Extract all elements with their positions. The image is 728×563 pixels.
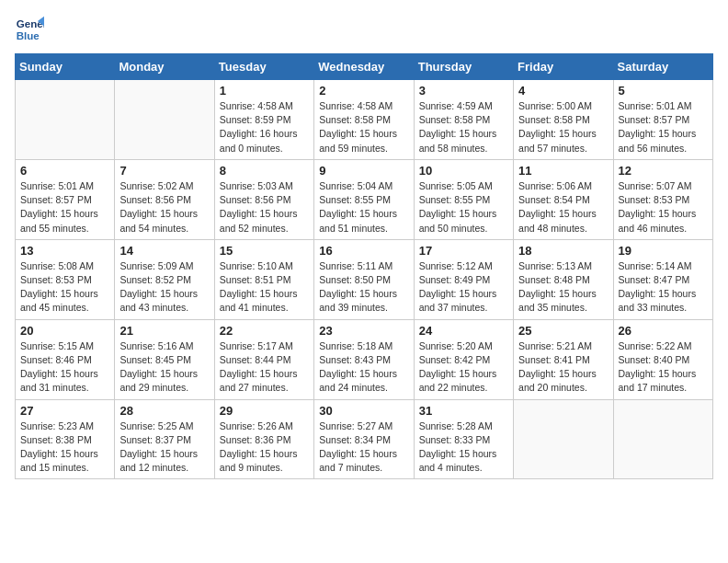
day-info: Sunrise: 5:28 AM Sunset: 8:33 PM Dayligh… <box>419 419 508 476</box>
day-number: 14 <box>119 244 209 258</box>
day-number: 17 <box>419 244 508 258</box>
calendar-cell: 29Sunrise: 5:26 AM Sunset: 8:36 PM Dayli… <box>214 399 313 479</box>
weekday-header-tuesday: Tuesday <box>214 54 313 80</box>
calendar-cell: 5Sunrise: 5:01 AM Sunset: 8:57 PM Daylig… <box>613 80 712 160</box>
weekday-header-thursday: Thursday <box>414 54 513 80</box>
day-info: Sunrise: 5:08 AM Sunset: 8:53 PM Dayligh… <box>20 259 109 316</box>
day-info: Sunrise: 5:23 AM Sunset: 8:38 PM Dayligh… <box>20 419 109 476</box>
day-info: Sunrise: 5:06 AM Sunset: 8:54 PM Dayligh… <box>518 179 608 236</box>
calendar-cell: 15Sunrise: 5:10 AM Sunset: 8:51 PM Dayli… <box>214 239 313 319</box>
calendar-week-1: 1Sunrise: 4:58 AM Sunset: 8:59 PM Daylig… <box>16 80 713 160</box>
day-info: Sunrise: 4:58 AM Sunset: 8:58 PM Dayligh… <box>319 99 408 155</box>
day-number: 4 <box>518 84 608 98</box>
day-number: 12 <box>619 164 708 178</box>
weekday-header-friday: Friday <box>514 54 613 80</box>
day-number: 22 <box>220 324 309 338</box>
logo-icon: General Blue <box>15 15 44 44</box>
day-number: 3 <box>419 84 508 98</box>
day-info: Sunrise: 5:21 AM Sunset: 8:41 PM Dayligh… <box>518 339 608 396</box>
day-number: 27 <box>20 404 109 418</box>
day-info: Sunrise: 5:07 AM Sunset: 8:53 PM Dayligh… <box>619 179 708 236</box>
day-number: 25 <box>518 324 608 338</box>
day-number: 29 <box>220 404 309 418</box>
day-number: 15 <box>220 244 309 258</box>
day-info: Sunrise: 5:01 AM Sunset: 8:57 PM Dayligh… <box>619 99 708 155</box>
calendar-cell: 22Sunrise: 5:17 AM Sunset: 8:44 PM Dayli… <box>214 319 313 399</box>
calendar-cell: 4Sunrise: 5:00 AM Sunset: 8:58 PM Daylig… <box>514 80 613 160</box>
logo: General Blue <box>15 15 48 44</box>
day-info: Sunrise: 4:59 AM Sunset: 8:58 PM Dayligh… <box>419 99 508 155</box>
day-info: Sunrise: 5:25 AM Sunset: 8:37 PM Dayligh… <box>119 419 209 476</box>
day-info: Sunrise: 5:02 AM Sunset: 8:56 PM Dayligh… <box>119 179 209 236</box>
day-number: 30 <box>319 404 408 418</box>
calendar-week-4: 20Sunrise: 5:15 AM Sunset: 8:46 PM Dayli… <box>16 319 713 399</box>
day-number: 23 <box>319 324 408 338</box>
day-info: Sunrise: 5:20 AM Sunset: 8:42 PM Dayligh… <box>419 339 508 396</box>
weekday-header-wednesday: Wednesday <box>314 54 414 80</box>
calendar-cell: 14Sunrise: 5:09 AM Sunset: 8:52 PM Dayli… <box>115 239 214 319</box>
calendar-cell <box>115 80 214 160</box>
calendar-cell: 12Sunrise: 5:07 AM Sunset: 8:53 PM Dayli… <box>613 159 712 239</box>
calendar-cell: 13Sunrise: 5:08 AM Sunset: 8:53 PM Dayli… <box>16 239 115 319</box>
day-number: 7 <box>119 164 209 178</box>
day-number: 24 <box>419 324 508 338</box>
calendar-cell: 9Sunrise: 5:04 AM Sunset: 8:55 PM Daylig… <box>314 159 414 239</box>
day-info: Sunrise: 5:04 AM Sunset: 8:55 PM Dayligh… <box>319 179 408 236</box>
calendar-cell: 10Sunrise: 5:05 AM Sunset: 8:55 PM Dayli… <box>414 159 513 239</box>
calendar-header-row: SundayMondayTuesdayWednesdayThursdayFrid… <box>16 54 713 80</box>
calendar-cell: 25Sunrise: 5:21 AM Sunset: 8:41 PM Dayli… <box>514 319 613 399</box>
day-number: 21 <box>119 324 209 338</box>
day-number: 11 <box>518 164 608 178</box>
day-info: Sunrise: 5:05 AM Sunset: 8:55 PM Dayligh… <box>419 179 508 236</box>
calendar-cell: 18Sunrise: 5:13 AM Sunset: 8:48 PM Dayli… <box>514 239 613 319</box>
weekday-header-monday: Monday <box>115 54 214 80</box>
calendar-table: SundayMondayTuesdayWednesdayThursdayFrid… <box>15 53 713 479</box>
day-number: 9 <box>319 164 408 178</box>
calendar-cell <box>16 80 115 160</box>
page-header: General Blue <box>15 15 713 44</box>
weekday-header-sunday: Sunday <box>16 54 115 80</box>
day-info: Sunrise: 4:58 AM Sunset: 8:59 PM Dayligh… <box>220 99 309 155</box>
day-info: Sunrise: 5:03 AM Sunset: 8:56 PM Dayligh… <box>220 179 309 236</box>
day-info: Sunrise: 5:16 AM Sunset: 8:45 PM Dayligh… <box>119 339 209 396</box>
day-info: Sunrise: 5:11 AM Sunset: 8:50 PM Dayligh… <box>319 259 408 316</box>
day-number: 1 <box>220 84 309 98</box>
svg-text:Blue: Blue <box>17 30 40 41</box>
calendar-cell: 28Sunrise: 5:25 AM Sunset: 8:37 PM Dayli… <box>115 399 214 479</box>
calendar-cell: 7Sunrise: 5:02 AM Sunset: 8:56 PM Daylig… <box>115 159 214 239</box>
day-number: 6 <box>20 164 109 178</box>
day-info: Sunrise: 5:14 AM Sunset: 8:47 PM Dayligh… <box>619 259 708 316</box>
day-number: 2 <box>319 84 408 98</box>
day-number: 20 <box>20 324 109 338</box>
day-info: Sunrise: 5:09 AM Sunset: 8:52 PM Dayligh… <box>119 259 209 316</box>
day-info: Sunrise: 5:22 AM Sunset: 8:40 PM Dayligh… <box>619 339 708 396</box>
calendar-cell: 1Sunrise: 4:58 AM Sunset: 8:59 PM Daylig… <box>214 80 313 160</box>
calendar-cell: 23Sunrise: 5:18 AM Sunset: 8:43 PM Dayli… <box>314 319 414 399</box>
calendar-cell: 30Sunrise: 5:27 AM Sunset: 8:34 PM Dayli… <box>314 399 414 479</box>
weekday-header-saturday: Saturday <box>613 54 712 80</box>
day-number: 31 <box>419 404 508 418</box>
calendar-week-5: 27Sunrise: 5:23 AM Sunset: 8:38 PM Dayli… <box>16 399 713 479</box>
calendar-cell: 31Sunrise: 5:28 AM Sunset: 8:33 PM Dayli… <box>414 399 513 479</box>
calendar-cell <box>514 399 613 479</box>
day-number: 19 <box>619 244 708 258</box>
calendar-cell: 3Sunrise: 4:59 AM Sunset: 8:58 PM Daylig… <box>414 80 513 160</box>
day-number: 5 <box>619 84 708 98</box>
calendar-cell <box>613 399 712 479</box>
calendar-cell: 20Sunrise: 5:15 AM Sunset: 8:46 PM Dayli… <box>16 319 115 399</box>
day-number: 10 <box>419 164 508 178</box>
calendar-week-3: 13Sunrise: 5:08 AM Sunset: 8:53 PM Dayli… <box>16 239 713 319</box>
calendar-cell: 16Sunrise: 5:11 AM Sunset: 8:50 PM Dayli… <box>314 239 414 319</box>
day-info: Sunrise: 5:15 AM Sunset: 8:46 PM Dayligh… <box>20 339 109 396</box>
calendar-week-2: 6Sunrise: 5:01 AM Sunset: 8:57 PM Daylig… <box>16 159 713 239</box>
calendar-cell: 27Sunrise: 5:23 AM Sunset: 8:38 PM Dayli… <box>16 399 115 479</box>
calendar-cell: 2Sunrise: 4:58 AM Sunset: 8:58 PM Daylig… <box>314 80 414 160</box>
calendar-cell: 26Sunrise: 5:22 AM Sunset: 8:40 PM Dayli… <box>613 319 712 399</box>
day-info: Sunrise: 5:26 AM Sunset: 8:36 PM Dayligh… <box>220 419 309 476</box>
day-info: Sunrise: 5:27 AM Sunset: 8:34 PM Dayligh… <box>319 419 408 476</box>
calendar-cell: 8Sunrise: 5:03 AM Sunset: 8:56 PM Daylig… <box>214 159 313 239</box>
day-number: 13 <box>20 244 109 258</box>
day-number: 26 <box>619 324 708 338</box>
calendar-cell: 21Sunrise: 5:16 AM Sunset: 8:45 PM Dayli… <box>115 319 214 399</box>
day-info: Sunrise: 5:00 AM Sunset: 8:58 PM Dayligh… <box>518 99 608 155</box>
